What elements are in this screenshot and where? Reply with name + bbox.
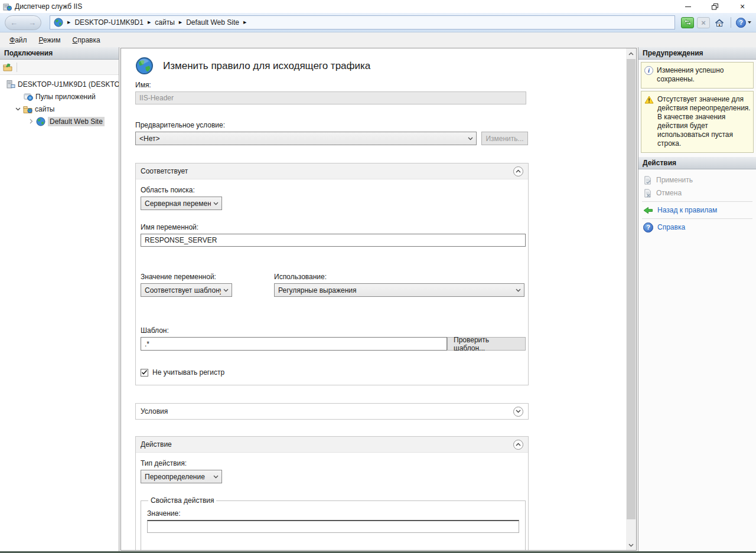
help-link[interactable]: ? Справка: [641, 221, 754, 234]
scroll-up-button[interactable]: [626, 48, 636, 58]
tree-item-default-web-site[interactable]: Default Web Site: [0, 115, 119, 127]
tree-label-server: DESKTOP-U1MK9D1 (DESKTO: [18, 80, 119, 89]
refresh-icon: [684, 19, 692, 26]
help-label: Справка: [657, 223, 685, 231]
scope-select[interactable]: Серверная переменн: [141, 197, 222, 210]
tree-label-sites: сайты: [35, 105, 55, 113]
conditions-section: Условия: [135, 403, 529, 420]
chevron-down-icon: [516, 289, 521, 292]
match-section-title: Соответствует: [141, 167, 513, 175]
breadcrumb-separator-icon: ▶: [179, 20, 182, 25]
chevron-down-icon: [213, 475, 219, 479]
collapse-button[interactable]: [513, 166, 523, 176]
collapse-button[interactable]: [513, 440, 523, 450]
variable-name-field[interactable]: RESPONSE_SERVER: [141, 234, 526, 247]
title-bar: Диспетчер служб IIS ×: [0, 0, 756, 13]
back-arrow-icon: [643, 206, 653, 215]
tree-item-sites[interactable]: сайты: [0, 103, 119, 115]
action-value-field[interactable]: [147, 520, 519, 533]
vertical-scrollbar[interactable]: [626, 48, 636, 550]
close-icon: ×: [740, 2, 745, 11]
body: Подключения DES: [0, 47, 756, 551]
help-menu-button[interactable]: ?: [736, 18, 751, 28]
chevron-down-icon[interactable]: [15, 106, 21, 112]
action-type-value: Переопределение: [145, 473, 211, 481]
variable-name-label: Имя переменной:: [141, 223, 524, 231]
edit-precondition-button[interactable]: Изменить...: [481, 132, 528, 145]
address-bar: ← → ▶ DESKTOP-U1MK9D1 ▶ сайты ▶ Default …: [0, 13, 756, 32]
match-section-header[interactable]: Соответствует: [136, 163, 528, 179]
pattern-value: .*: [145, 340, 149, 348]
scroll-down-button[interactable]: [626, 540, 636, 550]
breadcrumb-separator-icon: ▶: [148, 20, 151, 25]
save-connection-icon[interactable]: [3, 63, 12, 72]
tree-item-app-pools[interactable]: Пулы приложений: [0, 90, 119, 103]
ignore-case-label: Не учитывать регистр: [152, 368, 224, 377]
action-type-select[interactable]: Переопределение: [141, 470, 222, 483]
precondition-value: <Нет>: [139, 135, 465, 143]
apply-button[interactable]: Применить: [641, 174, 754, 186]
apply-icon: [643, 176, 652, 185]
main-area: Изменить правило для исходящего трафика …: [119, 47, 638, 551]
minimize-button[interactable]: [674, 0, 702, 13]
back-icon[interactable]: ←: [10, 18, 18, 27]
match-section-body: Область поиска: Серверная переменн Имя п…: [136, 179, 528, 385]
window-title: Диспетчер служб IIS: [15, 2, 82, 11]
variable-value-label: Значение переменной:: [141, 273, 274, 281]
connections-toolbar: [0, 60, 119, 75]
toolbar-separator: [17, 63, 17, 72]
variable-value-value: Соответствует шаблону: [145, 286, 221, 295]
test-pattern-button[interactable]: Проверить шаблон...: [447, 337, 526, 351]
globe-icon: [36, 117, 45, 126]
stop-button[interactable]: ×: [697, 17, 710, 28]
home-button[interactable]: [713, 17, 726, 28]
breadcrumb-item-server[interactable]: DESKTOP-U1MK9D1: [74, 18, 143, 27]
variable-value-select[interactable]: Соответствует шаблону: [141, 283, 232, 297]
chevron-up-icon: [516, 169, 521, 173]
window-controls: ×: [674, 0, 756, 13]
stop-icon: ×: [701, 18, 706, 27]
chevron-up-icon: [516, 443, 521, 446]
breadcrumb-item-sites[interactable]: сайты: [155, 18, 175, 27]
apply-label: Применить: [656, 176, 693, 184]
close-button[interactable]: ×: [729, 0, 756, 13]
ignore-case-checkbox[interactable]: [141, 369, 148, 377]
scope-label: Область поиска:: [141, 186, 524, 194]
sites-folder-icon: [23, 104, 32, 114]
rule-form: Изменить правило для исходящего трафика …: [121, 48, 626, 550]
scrollbar-thumb[interactable]: [627, 59, 636, 519]
connections-header: Подключения: [0, 47, 119, 60]
restore-icon: [712, 4, 719, 10]
breadcrumb-item-default-web-site[interactable]: Default Web Site: [186, 18, 239, 27]
refresh-button[interactable]: [681, 17, 694, 28]
tree-item-server[interactable]: DESKTOP-U1MK9D1 (DESKTO: [0, 78, 119, 90]
restore-button[interactable]: [702, 0, 729, 13]
forward-icon[interactable]: →: [28, 18, 36, 27]
usage-select[interactable]: Регулярные выражения: [274, 283, 524, 297]
breadcrumb: ▶ DESKTOP-U1MK9D1 ▶ сайты ▶ Default Web …: [50, 15, 675, 30]
cancel-label: Отмена: [656, 189, 682, 197]
conditions-section-header[interactable]: Условия: [136, 404, 528, 419]
back-to-rules-link[interactable]: Назад к правилам: [641, 204, 754, 217]
expand-button[interactable]: [513, 407, 523, 417]
back-to-rules-label: Назад к правилам: [657, 206, 717, 214]
replace-value-checkbox[interactable]: [147, 550, 155, 551]
actions-header: Действия: [638, 157, 756, 169]
name-label: Имя:: [135, 81, 626, 89]
pattern-field[interactable]: .*: [141, 337, 447, 351]
chevron-up-icon: [628, 52, 634, 55]
page-header: Изменить правило для исходящего трафика: [135, 57, 626, 75]
help-icon: ?: [736, 18, 746, 28]
chevron-down-icon: [748, 21, 751, 24]
breadcrumb-separator-icon: ▶: [243, 20, 246, 25]
cancel-button[interactable]: Отмена: [641, 186, 754, 199]
chevron-right-icon[interactable]: [28, 119, 34, 124]
menu-help[interactable]: Справка: [67, 34, 106, 46]
menu-file[interactable]: Файл: [4, 34, 33, 46]
precondition-select[interactable]: <Нет>: [135, 132, 477, 145]
action-section-header[interactable]: Действие: [136, 437, 528, 452]
menu-view[interactable]: Режим: [33, 34, 67, 46]
chevron-down-icon: [628, 544, 634, 547]
alerts-header: Предупреждения: [638, 47, 756, 60]
right-panel: Предупреждения i Изменения успешно сохра…: [638, 47, 756, 551]
